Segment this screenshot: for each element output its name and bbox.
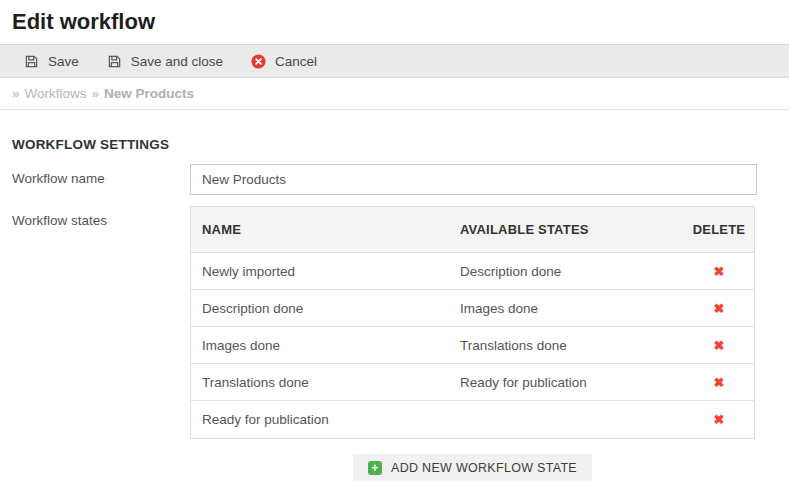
- workflow-states-table: NAME AVAILABLE STATES DELETE Newly impor…: [190, 206, 755, 439]
- save-button[interactable]: Save: [10, 45, 93, 77]
- delete-state-button[interactable]: ✖: [714, 376, 725, 389]
- column-header-name: NAME: [191, 222, 449, 237]
- available-states-cell: Ready for publication: [449, 375, 684, 390]
- breadcrumb-separator: »: [92, 86, 100, 101]
- workflow-states-label: Workflow states: [12, 206, 190, 228]
- delete-x-icon: ✖: [714, 375, 725, 390]
- delete-x-icon: ✖: [714, 412, 725, 427]
- workflow-name-input[interactable]: [190, 164, 757, 195]
- state-name-cell: Ready for publication: [191, 412, 449, 427]
- breadcrumb-separator: »: [12, 86, 20, 101]
- delete-state-button[interactable]: ✖: [714, 302, 725, 315]
- available-states-cell: Description done: [449, 264, 684, 279]
- column-header-available-states: AVAILABLE STATES: [449, 222, 684, 237]
- state-name-cell: Description done: [191, 301, 449, 316]
- save-button-label: Save: [48, 54, 79, 69]
- save-floppy-icon: [24, 54, 39, 69]
- state-name-cell: Translations done: [191, 375, 449, 390]
- table-row: Ready for publication ✖: [191, 401, 754, 438]
- delete-state-button[interactable]: ✖: [714, 413, 725, 426]
- add-new-workflow-state-button[interactable]: + ADD NEW WORKFLOW STATE: [353, 454, 592, 481]
- available-states-cell: Translations done: [449, 338, 684, 353]
- save-floppy-icon: [107, 54, 122, 69]
- breadcrumb: » Workflows » New Products: [0, 78, 789, 110]
- breadcrumb-current-page: New Products: [104, 86, 194, 101]
- delete-x-icon: ✖: [714, 338, 725, 353]
- state-name-cell: Newly imported: [191, 264, 449, 279]
- state-name-cell: Images done: [191, 338, 449, 353]
- delete-x-icon: ✖: [714, 264, 725, 279]
- table-row: Translations done Ready for publication …: [191, 364, 754, 401]
- workflow-name-row: Workflow name: [12, 164, 777, 195]
- table-row: Description done Images done ✖: [191, 290, 754, 327]
- column-header-delete: DELETE: [684, 222, 754, 237]
- table-header-row: NAME AVAILABLE STATES DELETE: [191, 207, 754, 253]
- main-content: WORKFLOW SETTINGS Workflow name Workflow…: [0, 137, 789, 481]
- add-button-container: + ADD NEW WORKFLOW STATE: [190, 454, 755, 481]
- breadcrumb-workflows-link[interactable]: Workflows: [25, 86, 87, 101]
- delete-state-button[interactable]: ✖: [714, 265, 725, 278]
- delete-x-icon: ✖: [714, 301, 725, 316]
- workflow-name-label: Workflow name: [12, 164, 190, 186]
- delete-state-button[interactable]: ✖: [714, 339, 725, 352]
- page-title: Edit workflow: [0, 0, 789, 44]
- table-row: Images done Translations done ✖: [191, 327, 754, 364]
- add-new-workflow-state-label: ADD NEW WORKFLOW STATE: [391, 461, 577, 475]
- table-row: Newly imported Description done ✖: [191, 253, 754, 290]
- workflow-states-row: Workflow states NAME AVAILABLE STATES DE…: [12, 206, 777, 481]
- plus-icon: +: [368, 461, 382, 475]
- save-and-close-button[interactable]: Save and close: [93, 45, 237, 77]
- cancel-button-label: Cancel: [275, 54, 317, 69]
- available-states-cell: Images done: [449, 301, 684, 316]
- toolbar: Save Save and close Cancel: [0, 44, 789, 78]
- workflow-settings-heading: WORKFLOW SETTINGS: [12, 137, 777, 152]
- save-and-close-button-label: Save and close: [131, 54, 223, 69]
- cancel-button[interactable]: Cancel: [237, 45, 331, 77]
- cancel-circle-x-icon: [251, 54, 266, 69]
